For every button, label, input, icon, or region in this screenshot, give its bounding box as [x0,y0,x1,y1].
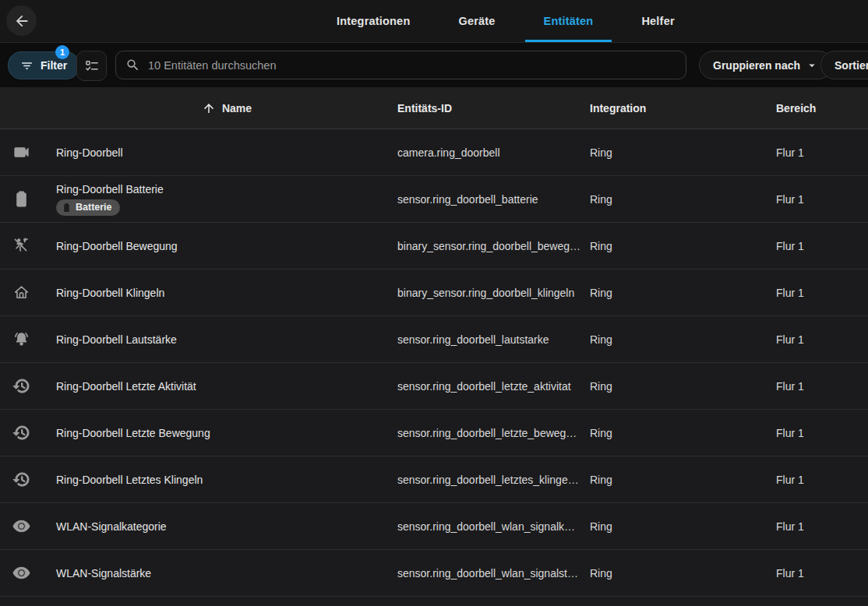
entity-name: Ring-Doorbell Letztes Klingeln [56,474,397,486]
entity-name: Ring-Doorbell Lautstärke [56,333,397,346]
tab-integrationen[interactable]: Integrationen [318,0,429,42]
entity-integration: Ring [590,240,776,252]
entity-name: Ring-Doorbell Bewegung [56,240,397,252]
tab-geraete[interactable]: Geräte [439,0,513,42]
entity-integration: Ring [590,146,776,159]
search-icon [125,58,140,72]
group-by-label: Gruppieren nach [713,59,800,72]
entity-area: Flur 1 [776,380,868,393]
entity-area: Flur 1 [776,240,868,252]
table-row[interactable]: Ring-Doorbell Batterie Batterie sensor.r… [0,176,868,223]
entity-name: Ring-Doorbell Letzte Bewegung [56,427,397,439]
filter-button[interactable]: Filter [8,51,79,79]
chip-label: Batterie [76,202,112,213]
entity-integration: Ring [590,193,776,206]
entity-integration: Ring [590,474,776,486]
entity-area: Flur 1 [776,520,868,533]
entity-id: camera.ring_doorbell [397,146,590,159]
entity-area: Flur 1 [776,333,868,346]
header-name[interactable]: Name [56,101,397,115]
entity-integration: Ring [590,287,776,299]
entity-integration: Ring [590,427,776,439]
tab-bar: Integrationen Geräte Entitäten Helfer [318,0,693,42]
search-input[interactable] [146,58,676,72]
header-integration[interactable]: Integration [590,102,776,115]
sort-by-label: Sortieren nach [834,59,868,72]
battery-icon [12,190,30,208]
entity-id: sensor.ring_doorbell_letzte_aktivitat [397,380,590,393]
chevron-down-icon [805,58,819,72]
entity-id: sensor.ring_doorbell_letztes_klinge… [397,474,590,486]
table-row[interactable]: Ring-Doorbell Letzte Bewegung sensor.rin… [0,410,868,456]
entity-name: Ring-Doorbell [56,146,397,159]
tab-helfer[interactable]: Helfer [623,0,693,42]
battery-label-chip[interactable]: Batterie [56,199,120,216]
entity-integration: Ring [590,567,776,580]
eye-icon [12,517,30,535]
search-box [115,51,686,79]
filter-count-badge: 1 [55,45,69,59]
toolbar: Filter 1 Gruppieren nach Sortieren nach [0,43,868,88]
entity-integration: Ring [590,380,776,393]
group-by-button[interactable]: Gruppieren nach [699,51,833,79]
table-row[interactable]: WLAN-Signalstärke sensor.ring_doorbell_w… [0,550,868,597]
entity-id: binary_sensor.ring_doorbell_beweg… [397,240,590,252]
entities-table: Name Entitäts-ID Integration Bereich Rin… [0,87,868,606]
entity-area: Flur 1 [776,567,868,580]
table-row[interactable]: Ring-Doorbell Letzte Aktivität sensor.ri… [0,363,868,410]
entity-area: Flur 1 [776,287,868,299]
entity-name: WLAN-Signalkategorie [56,520,397,533]
entity-id: binary_sensor.ring_doorbell_klingeln [397,287,590,299]
entity-integration: Ring [590,333,776,346]
filter-button-label: Filter [41,59,67,72]
table-row[interactable]: Ring-Doorbell Lautstärke sensor.ring_doo… [0,316,868,363]
table-header-row: Name Entitäts-ID Integration Bereich [0,87,868,129]
entity-name: WLAN-Signalstärke [56,567,397,580]
column-settings-button[interactable] [76,51,107,81]
battery-icon [62,203,72,213]
entity-id: sensor.ring_doorbell_letzte_beweg… [397,427,590,439]
entity-id: sensor.ring_doorbell_wlan_signalst… [397,567,590,580]
entity-integration: Ring [590,520,776,533]
table-row[interactable]: Ring-Doorbell Letztes Klingeln sensor.ri… [0,456,868,503]
history-icon [12,470,30,488]
arrow-left-icon [13,12,30,30]
table-row[interactable]: Ring-Doorbell Klingeln binary_sensor.rin… [0,270,868,316]
back-button[interactable] [6,5,37,36]
entity-area: Flur 1 [776,146,868,159]
entity-name: Ring-Doorbell Klingeln [56,287,397,299]
table-row[interactable]: Ring-Doorbell camera.ring_doorbell Ring … [0,129,868,176]
doorbell-home-icon [12,284,30,301]
video-icon [12,143,30,161]
entities-page: Integrationen Geräte Entitäten Helfer Fi… [0,0,868,606]
motion-sensor-icon [12,237,30,255]
sort-ascending-arrow-icon [202,101,216,115]
header-name-label: Name [222,102,252,115]
list-checkbox-icon [84,58,100,74]
entity-area: Flur 1 [776,427,868,439]
top-navigation-bar: Integrationen Geräte Entitäten Helfer [0,0,868,43]
entity-area: Flur 1 [776,193,868,206]
entity-id: sensor.ring_doorbell_batterie [397,193,590,206]
table-row[interactable]: WLAN-Signalkategorie sensor.ring_doorbel… [0,503,868,550]
table-row[interactable]: Ring-Doorbell Bewegung binary_sensor.rin… [0,223,868,270]
header-entity-id[interactable]: Entitäts-ID [397,102,590,115]
filter-variant-icon [20,59,34,72]
entity-id: sensor.ring_doorbell_wlan_signalk… [397,520,590,533]
history-icon [12,377,30,395]
header-area[interactable]: Bereich [776,102,868,115]
history-icon [12,424,30,442]
bell-ring-icon [12,330,30,348]
tab-entitaeten[interactable]: Entitäten [525,0,612,42]
entity-name: Ring-Doorbell Batterie [56,183,164,196]
sort-by-button[interactable]: Sortieren nach [820,51,868,79]
entity-name: Ring-Doorbell Letzte Aktivität [56,380,397,393]
entity-area: Flur 1 [776,474,868,486]
entity-id: sensor.ring_doorbell_lautstarke [397,333,590,346]
eye-icon [12,564,30,582]
